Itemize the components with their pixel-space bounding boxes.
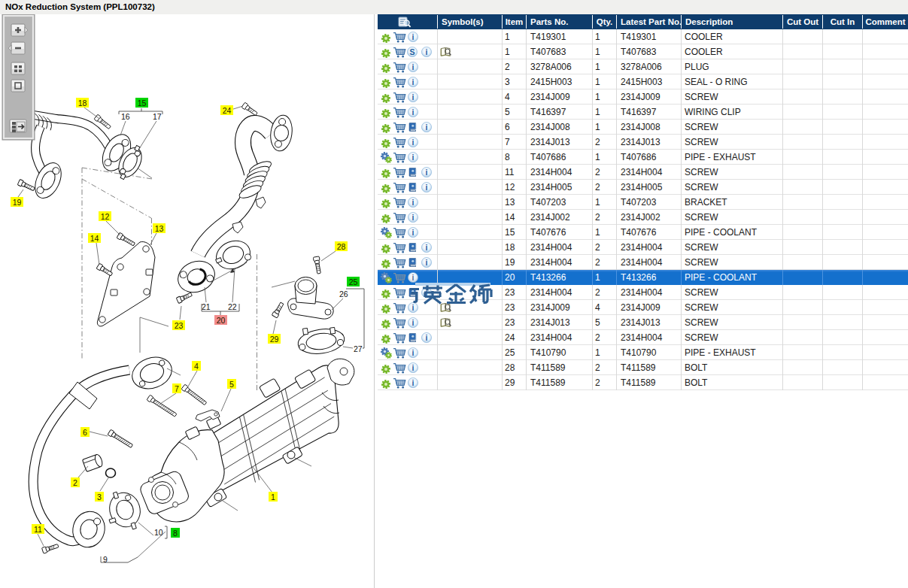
svg-text:i: i bbox=[426, 123, 428, 132]
svg-text:24: 24 bbox=[223, 106, 232, 115]
svg-text:15: 15 bbox=[138, 99, 147, 108]
svg-text:i: i bbox=[426, 183, 428, 192]
svg-text:4: 4 bbox=[194, 362, 199, 371]
svg-text:i: i bbox=[412, 62, 415, 71]
svg-text:i: i bbox=[412, 228, 415, 237]
svg-text:i: i bbox=[412, 108, 415, 117]
svg-text:i: i bbox=[412, 213, 415, 222]
svg-text:i: i bbox=[426, 243, 428, 252]
svg-text:10: 10 bbox=[154, 528, 163, 537]
svg-text:5: 5 bbox=[229, 380, 234, 389]
svg-text:25: 25 bbox=[349, 277, 358, 286]
svg-text:3: 3 bbox=[97, 493, 102, 502]
svg-text:11: 11 bbox=[34, 525, 42, 534]
svg-text:i: i bbox=[412, 198, 415, 207]
svg-text:i: i bbox=[412, 153, 415, 162]
svg-text:i: i bbox=[412, 32, 415, 41]
svg-text:9: 9 bbox=[103, 555, 108, 564]
svg-text:12: 12 bbox=[101, 212, 110, 221]
svg-text:17: 17 bbox=[153, 112, 162, 121]
svg-text:i: i bbox=[412, 92, 415, 102]
svg-text:i: i bbox=[412, 138, 415, 147]
svg-text:1: 1 bbox=[271, 493, 275, 502]
svg-text:27: 27 bbox=[354, 344, 363, 353]
svg-text:7: 7 bbox=[175, 384, 179, 393]
svg-text:21: 21 bbox=[202, 302, 211, 311]
svg-text:28: 28 bbox=[337, 242, 346, 251]
svg-text:26: 26 bbox=[339, 289, 348, 299]
svg-text:14: 14 bbox=[90, 234, 99, 243]
svg-text:29: 29 bbox=[270, 335, 279, 344]
svg-text:22: 22 bbox=[228, 302, 237, 311]
svg-text:i: i bbox=[426, 258, 428, 267]
svg-text:i: i bbox=[426, 47, 428, 56]
svg-text:20: 20 bbox=[217, 316, 226, 325]
svg-text:S: S bbox=[409, 47, 415, 56]
svg-text:i: i bbox=[412, 363, 415, 372]
svg-text:19: 19 bbox=[13, 198, 22, 207]
svg-text:i: i bbox=[412, 273, 415, 282]
svg-text:18: 18 bbox=[78, 99, 87, 108]
svg-text:23: 23 bbox=[175, 321, 184, 330]
svg-text:i: i bbox=[412, 77, 415, 86]
svg-text:i: i bbox=[412, 378, 415, 387]
svg-text:13: 13 bbox=[155, 224, 164, 233]
svg-text:8: 8 bbox=[173, 529, 178, 538]
svg-text:i: i bbox=[412, 318, 415, 327]
svg-text:i: i bbox=[412, 348, 415, 357]
svg-text:i: i bbox=[426, 333, 428, 342]
svg-text:16: 16 bbox=[121, 112, 130, 121]
svg-text:2: 2 bbox=[73, 478, 77, 487]
svg-text:i: i bbox=[426, 168, 428, 177]
svg-text:6: 6 bbox=[83, 428, 87, 437]
